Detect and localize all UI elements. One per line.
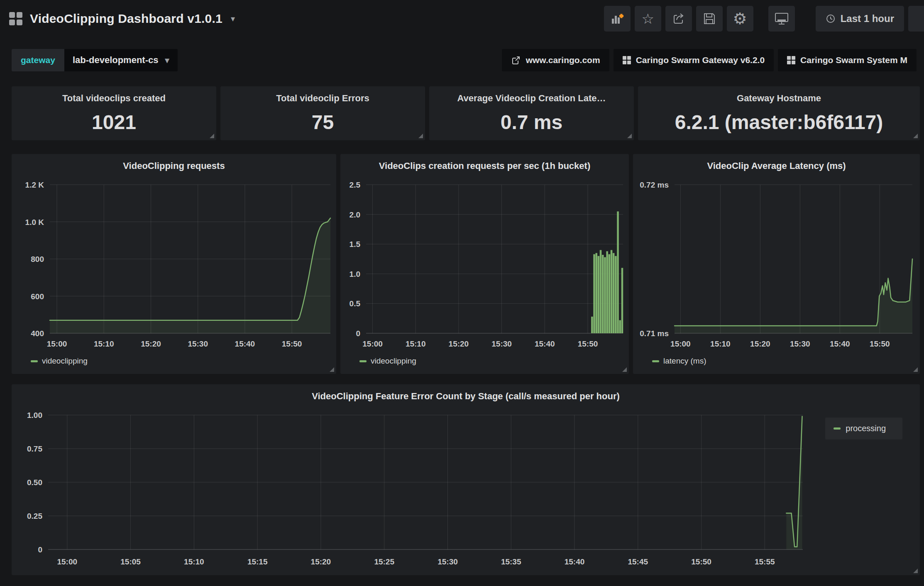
svg-text:15:45: 15:45 [628,557,648,566]
svg-text:15:05: 15:05 [120,557,141,566]
svg-text:15:15: 15:15 [247,557,268,566]
svg-text:15:00: 15:00 [57,557,77,566]
svg-text:15:40: 15:40 [235,339,255,348]
svg-text:0: 0 [38,545,42,554]
svg-text:15:30: 15:30 [491,339,512,348]
svg-text:15:50: 15:50 [578,339,598,348]
svg-text:15:50: 15:50 [691,557,711,566]
panel-title[interactable]: VideoClipping Feature Error Count by Sta… [12,384,920,408]
dashboard-grid-icon [623,56,631,64]
dashboard-submenu: gateway lab-development-cs ▾ www.caringo… [0,49,924,71]
stat-value: 6.2.1 (master:b6f6117) [675,104,883,140]
resize-handle[interactable] [627,134,632,138]
svg-text:0.75: 0.75 [27,444,42,453]
svg-text:15:10: 15:10 [406,339,426,348]
save-button[interactable] [696,6,723,32]
chevron-down-icon: ▾ [231,14,235,24]
gear-icon: ⚙ [733,11,747,27]
creation-rate-chart-plot[interactable]: 15:0015:1015:2015:3015:4015:5000.51.01.5… [340,178,629,352]
svg-text:0.5: 0.5 [350,299,361,308]
svg-text:15:25: 15:25 [374,557,394,566]
panel-title[interactable]: Total videoclips created [62,93,166,104]
svg-text:15:10: 15:10 [710,339,731,348]
svg-text:15:00: 15:00 [670,339,691,348]
link-swarm-gateway-dashboard[interactable]: Caringo Swarm Gateway v6.2.0 [614,49,774,71]
svg-text:15:20: 15:20 [311,557,331,566]
svg-text:1.0 K: 1.0 K [25,218,44,227]
resize-handle[interactable] [913,569,918,573]
panel-title[interactable]: VideoClip Average Latency (ms) [633,154,920,178]
dashboard-grid-icon [9,12,22,25]
resize-handle[interactable] [913,134,918,138]
stat-row: Total videoclips created 1021 Total vide… [0,86,924,140]
svg-text:15:40: 15:40 [535,339,555,348]
legend-item-videoclipping[interactable]: videoclipping [340,352,629,370]
error-count-chart-plot[interactable]: 15:0015:0515:1015:1515:2015:2515:3015:35… [12,408,920,570]
svg-text:0: 0 [356,329,360,338]
legend-item-videoclipping[interactable]: videoclipping [12,352,336,370]
bottom-row: VideoClipping Feature Error Count by Sta… [0,384,924,575]
svg-text:2.5: 2.5 [350,181,361,189]
svg-text:600: 600 [31,292,44,301]
cycle-view-mode-button[interactable] [768,6,795,32]
page-title: VideoClipping Dashboard v1.0.1 [30,12,222,26]
stat-panel-total-errors: Total videoclip Errors 75 [220,86,425,140]
stat-panel-avg-latency: Average Videoclip Creation Late… 0.7 ms [429,86,634,140]
svg-text:0.72 ms: 0.72 ms [640,181,669,189]
legend-item-processing[interactable]: processing [825,418,902,440]
share-button[interactable] [665,6,692,32]
legend-swatch [834,427,841,430]
svg-text:15:30: 15:30 [188,339,208,348]
svg-text:15:40: 15:40 [830,339,850,348]
variable-value-dropdown[interactable]: lab-development-cs ▾ [64,49,178,71]
legend-item-latency[interactable]: latency (ms) [633,352,920,370]
stat-value: 1021 [92,104,136,140]
legend-swatch [31,360,38,362]
stat-value: 75 [312,104,334,140]
save-icon [703,12,716,25]
chevron-down-icon: ▾ [165,55,169,65]
resize-handle[interactable] [330,367,334,372]
external-link-icon [511,55,521,65]
resize-handle[interactable] [913,367,918,372]
link-swarm-system-dashboard[interactable]: Caringo Swarm System M [778,49,917,71]
resize-handle[interactable] [622,367,627,372]
panel-title[interactable]: Total videoclip Errors [276,93,369,104]
svg-text:1.00: 1.00 [27,411,42,420]
graph-panel-avg-latency: VideoClip Average Latency (ms) 15:0015:1… [633,154,920,374]
svg-text:15:20: 15:20 [449,339,469,348]
legend-swatch [359,360,367,362]
svg-text:15:00: 15:00 [47,339,67,348]
time-range-picker[interactable]: Last 1 hour [816,6,904,32]
svg-text:0.71 ms: 0.71 ms [640,329,669,338]
star-icon: ☆ [641,12,654,26]
graph-panel-error-count: VideoClipping Feature Error Count by Sta… [12,384,920,575]
requests-chart-plot[interactable]: 15:0015:1015:2015:3015:4015:504006008001… [12,178,336,352]
link-label: Caringo Swarm Gateway v6.2.0 [636,55,765,65]
resize-handle[interactable] [210,134,214,138]
add-panel-button[interactable] [604,6,631,32]
resize-handle[interactable] [418,134,423,138]
panel-title[interactable]: Gateway Hostname [737,93,821,104]
graph-panel-requests: VideoClipping requests 15:0015:1015:2015… [12,154,336,374]
dashboard-title-picker[interactable]: VideoClipping Dashboard v1.0.1 ▾ [9,12,235,26]
panel-title[interactable]: VideoClipping requests [12,154,336,178]
stat-panel-total-created: Total videoclips created 1021 [12,86,216,140]
monitor-icon [774,12,789,26]
svg-text:15:20: 15:20 [750,339,770,348]
stat-panel-gateway-hostname: Gateway Hostname 6.2.1 (master:b6f6117) [638,86,920,140]
dashboard-grid-icon [787,56,795,64]
star-button[interactable]: ☆ [635,6,661,32]
panel-title[interactable]: Average Videoclip Creation Late… [457,93,606,104]
legend-swatch [652,360,659,362]
link-caringo-website[interactable]: www.caringo.com [502,49,609,71]
link-label: Caringo Swarm System M [800,55,907,65]
zoom-out-button[interactable] [908,6,924,32]
latency-chart-plot[interactable]: 15:0015:1015:2015:3015:4015:500.71 ms0.7… [633,178,920,352]
settings-button[interactable]: ⚙ [727,6,753,32]
link-label: www.caringo.com [526,55,600,65]
legend-label: latency (ms) [663,356,706,366]
svg-text:15:40: 15:40 [565,557,585,566]
svg-text:15:20: 15:20 [141,339,161,348]
panel-title[interactable]: VideoClips creation requests per sec (1h… [340,154,629,178]
